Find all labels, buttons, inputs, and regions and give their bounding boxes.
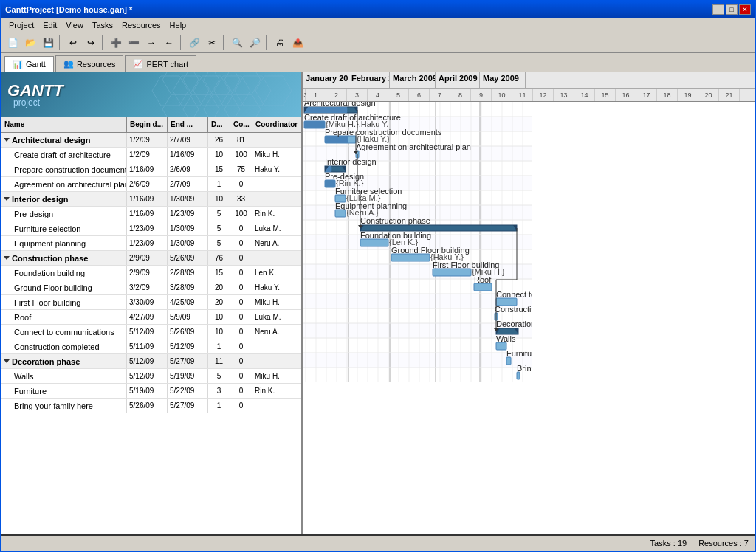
task-row[interactable]: Architectural design1/2/092/7/092681 [1,133,301,148]
logo-project: project [7,97,63,108]
group-expand-icon[interactable]: Construction phase [4,254,88,263]
svg-rect-79 [325,136,348,143]
svg-text:Construction phase: Construction phase [360,216,430,225]
zoom-in-button[interactable]: 🔍 [229,35,245,51]
task-coordinator: Rin K. [252,384,300,398]
toolbar: 📄 📂 💾 ↩ ↪ ➕ ➖ → ← 🔗 ✂ 🔍 🔎 🖨 📤 [1,32,755,53]
week-header-cell: 2 [326,89,347,101]
indent-button[interactable]: → [143,35,159,51]
task-completion: 100 [230,148,252,162]
task-begin: 5/11/09 [127,339,168,353]
task-duration: 5 [208,236,230,250]
task-row[interactable]: Roof4/27/095/9/09100Luka M. [1,310,301,325]
task-duration: 10 [208,325,230,339]
task-duration: 10 [208,148,230,162]
svg-text:Roof: Roof [474,275,492,284]
group-expand-icon[interactable]: Interior design [4,195,68,204]
task-row[interactable]: Equipment planning1/23/091/30/0950Neru A… [1,236,301,251]
print-button[interactable]: 🖨 [272,35,288,51]
right-panel: January 2009February 2009March 2009April… [303,72,755,534]
task-row[interactable]: Walls5/12/095/19/0950Miku H. [1,369,301,384]
window-title: GanttProject [Demo house.gan] * [5,5,132,14]
add-task-button[interactable]: ➕ [108,35,124,51]
task-name-label: First Floor building [4,298,80,307]
task-row[interactable]: Ground Floor building3/2/093/28/09200Hak… [1,280,301,295]
week-header-cell: 7 [430,89,450,101]
unlink-button[interactable]: ✂ [204,35,220,51]
task-row[interactable]: Furniture selection1/23/091/30/0950Luka … [1,221,301,236]
week-header-cell: 14 [574,89,595,101]
task-row[interactable]: Interior design1/16/091/30/091033 [1,192,301,207]
outdent-button[interactable]: ← [161,35,177,51]
minimize-button[interactable]: _ [712,4,724,15]
menu-resources[interactable]: Resources [117,20,165,30]
delete-task-button[interactable]: ➖ [126,35,142,51]
col-header-end: End ... [168,117,208,132]
task-end: 1/30/09 [168,236,208,250]
week-header-cell: 15 [595,89,616,101]
link-button[interactable]: 🔗 [186,35,202,51]
chart-scroll-area[interactable]: January 2009February 2009March 2009April… [303,72,755,534]
save-button[interactable]: 💾 [40,35,56,51]
tab-pert[interactable]: 📈 PERT chart [125,55,196,72]
task-coordinator: Len K. [252,266,300,280]
week-header-cell: 19 [678,89,698,101]
menu-tasks[interactable]: Tasks [88,20,117,30]
task-begin: 5/26/09 [127,399,168,413]
task-row[interactable]: Pre-design1/16/091/23/095100Rin K. [1,207,301,221]
gantt-tab-label: Gantt [26,60,46,69]
maximize-button[interactable]: □ [726,4,738,15]
task-completion: 0 [230,310,252,324]
task-row[interactable]: Create draft of architecture1/2/091/16/0… [1,148,301,162]
col-header-name: Name [1,117,127,132]
month-header-cell: May 2009 [480,72,526,88]
col-header-comp: Co... [230,117,252,132]
svg-rect-106 [391,254,430,261]
task-row[interactable]: First Floor building3/30/094/25/09200Mik… [1,295,301,310]
task-coordinator [252,354,300,368]
open-button[interactable]: 📂 [22,35,38,51]
undo-button[interactable]: ↩ [65,35,81,51]
task-row[interactable]: Furniture5/19/095/22/0930Rin K. [1,384,301,399]
task-begin: 2/9/09 [127,251,168,265]
svg-rect-124 [506,357,511,365]
task-row[interactable]: Bring your family here5/26/095/27/0910 [1,399,301,413]
new-button[interactable]: 📄 [4,35,21,51]
svg-rect-103 [360,239,388,246]
group-expand-icon[interactable]: Decoration phase [4,357,80,366]
task-row[interactable]: Foundation building2/9/092/28/09150Len K… [1,266,301,280]
task-end: 3/28/09 [168,280,208,294]
tab-resources[interactable]: 👥 Resources [55,55,124,72]
svg-marker-2 [193,76,230,106]
task-completion: 0 [230,399,252,413]
task-row[interactable]: Connect to communications5/12/095/26/091… [1,325,301,339]
zoom-out-button[interactable]: 🔎 [247,35,263,51]
menu-view[interactable]: View [61,20,88,30]
menu-edit[interactable]: Edit [38,20,61,30]
task-row[interactable]: Agreement on architectural plan2/6/092/7… [1,177,301,192]
export-button[interactable]: 📤 [289,35,306,51]
menu-project[interactable]: Project [4,20,38,30]
task-begin: 1/16/09 [127,192,168,206]
task-duration: 10 [208,192,230,206]
task-name-label: Foundation building [4,269,85,277]
task-row[interactable]: Decoration phase5/12/095/27/09110 [1,354,301,369]
task-coordinator: Rin K. [252,207,300,221]
task-coordinator: Luka M. [252,310,300,324]
close-button[interactable]: ✕ [739,4,751,15]
task-end: 5/19/09 [168,369,208,383]
tab-gantt[interactable]: 📊 Gantt [4,56,54,72]
menu-help[interactable]: Help [165,20,191,30]
redo-button[interactable]: ↪ [83,35,99,51]
task-duration: 3 [208,384,230,398]
toolbar-separator-5 [266,35,269,50]
task-row[interactable]: Construction phase2/9/095/26/09760 [1,251,301,266]
task-begin: 1/16/09 [127,207,168,221]
task-row[interactable]: Construction completed5/11/095/12/0910 [1,339,301,354]
toolbar-separator-1 [59,35,62,50]
task-end: 2/28/09 [168,266,208,280]
task-completion: 0 [230,251,252,265]
group-expand-icon[interactable]: Architectural design [4,136,90,145]
gantt-month-header: January 2009February 2009March 2009April… [303,72,755,89]
task-row[interactable]: Prepare construction documents1/16/092/6… [1,162,301,177]
